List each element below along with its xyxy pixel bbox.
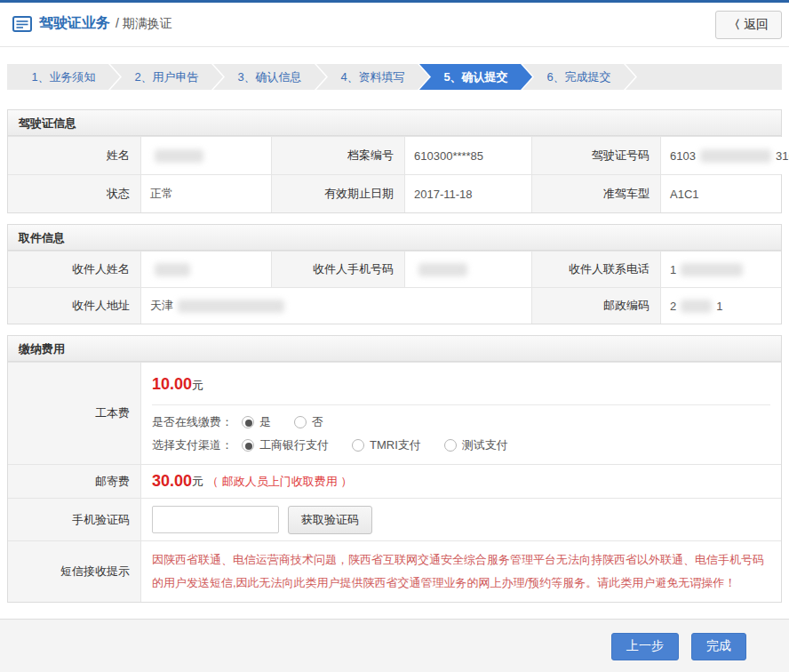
- redacted-recipient-address: [178, 300, 284, 313]
- pay-channel-line: 选择支付渠道： 工商银行支付 TMRI支付 测试支付: [152, 437, 770, 453]
- recipient-phone-prefix: 1: [670, 263, 676, 276]
- online-pay-line: 是否在线缴费： 是 否: [152, 414, 770, 430]
- file-no-value: 610300****85: [405, 137, 532, 174]
- channel-tmri-label: TMRI支付: [370, 437, 421, 453]
- pickup-info-section: 取件信息 收件人姓名 收件人手机号码 收件人联系电话 1 收件人地址 天津 邮政…: [7, 224, 782, 324]
- step-5-confirm-submit[interactable]: 5、确认提交: [419, 64, 532, 90]
- step-4-fill-data[interactable]: 4、资料填写: [316, 64, 429, 90]
- previous-step-button[interactable]: 上一步: [611, 633, 679, 660]
- vehicle-class-label: 准驾车型: [532, 175, 661, 212]
- card-fee-row: 工本费 10.00元 是否在线缴费： 是 否: [8, 362, 781, 464]
- radio-unselected-icon: [444, 439, 457, 452]
- license-info-row-2: 状态 正常 有效期止日期 2017-11-18 准驾车型 A1C1: [8, 174, 781, 212]
- sms-tip-text: 因陕西省联通、电信运营商技术问题，陕西省互联网交通安全综合服务管理平台无法向持陕…: [141, 541, 781, 602]
- mail-fee-row: 邮寄费 30.00元 （ 邮政人员上门收取费用 ）: [8, 464, 781, 498]
- status-label: 状态: [8, 175, 141, 212]
- recipient-mobile-label: 收件人手机号码: [272, 252, 405, 287]
- license-info-section: 驾驶证信息 姓名 档案编号 610300****85 驾驶证号码 6103 31…: [7, 109, 782, 213]
- online-pay-no-label: 否: [312, 414, 323, 430]
- redacted-name: [155, 149, 203, 163]
- redacted-postal-code: [681, 300, 712, 313]
- mail-fee-amount: 30.00: [152, 472, 192, 491]
- recipient-mobile-value: [405, 252, 532, 287]
- step-breadcrumb: 1、业务须知 2、用户申告 3、确认信息 4、资料填写 5、确认提交 6、完成提…: [7, 64, 782, 90]
- channel-icbc-label: 工商银行支付: [259, 437, 329, 453]
- file-no-label: 档案编号: [272, 137, 405, 174]
- online-pay-yes-label: 是: [259, 414, 271, 430]
- recipient-phone-value: 1: [661, 252, 781, 287]
- back-button-label: 返回: [744, 17, 769, 33]
- radio-unselected-icon: [352, 439, 364, 452]
- footer-action-bar: 上一步 完成: [0, 619, 789, 672]
- pickup-info-title: 取件信息: [8, 225, 781, 251]
- radio-unselected-icon: [294, 416, 307, 428]
- payment-title: 缴纳费用: [8, 336, 781, 362]
- back-arrow-icon: 〈: [729, 17, 740, 33]
- pay-channel-label: 选择支付渠道：: [152, 437, 233, 453]
- redacted-recipient-mobile: [418, 263, 467, 276]
- recipient-address-value: 天津: [141, 288, 532, 324]
- channel-option-test[interactable]: 测试支付: [444, 437, 508, 453]
- page-title: 驾驶证业务: [39, 14, 110, 33]
- expiry-label: 有效期止日期: [272, 175, 405, 212]
- page-subtitle: / 期满换证: [116, 16, 172, 32]
- channel-option-icbc[interactable]: 工商银行支付: [242, 437, 329, 453]
- online-pay-option-yes[interactable]: 是: [242, 414, 271, 430]
- mail-fee-label: 邮寄费: [8, 465, 141, 498]
- finish-button[interactable]: 完成: [691, 633, 746, 660]
- recipient-name-label: 收件人姓名: [8, 252, 141, 287]
- status-value: 正常: [141, 175, 272, 212]
- card-fee-unit: 元: [192, 379, 203, 392]
- card-fee-label: 工本费: [8, 363, 141, 464]
- vehicle-class-value: A1C1: [661, 175, 781, 212]
- radio-selected-icon: [242, 416, 254, 428]
- postal-code-prefix: 2: [670, 300, 676, 313]
- postal-code-value: 2 1: [661, 288, 781, 324]
- license-info-title: 驾驶证信息: [8, 110, 781, 136]
- license-no-suffix: 3163X: [776, 149, 789, 163]
- sms-code-cell: 获取验证码: [141, 499, 781, 540]
- sms-code-label: 手机验证码: [8, 499, 141, 540]
- step-3-confirm-info[interactable]: 3、确认信息: [213, 64, 326, 90]
- sms-tip-row: 短信接收提示 因陕西省联通、电信运营商技术问题，陕西省互联网交通安全综合服务管理…: [8, 540, 781, 602]
- expiry-value: 2017-11-18: [405, 175, 532, 212]
- license-no-value: 6103 3163X: [661, 137, 789, 174]
- radio-selected-icon: [242, 439, 254, 452]
- mail-fee-note: （ 邮政人员上门收取费用 ）: [207, 474, 352, 490]
- online-pay-label: 是否在线缴费：: [152, 414, 233, 430]
- sms-code-row: 手机验证码 获取验证码: [8, 498, 781, 540]
- redacted-license-no: [700, 149, 771, 163]
- pickup-info-row-2: 收件人地址 天津 邮政编码 2 1: [8, 287, 781, 324]
- step-6-finish-submit[interactable]: 6、完成提交: [522, 64, 635, 90]
- recipient-address-prefix: 天津: [150, 298, 173, 314]
- recipient-phone-label: 收件人联系电话: [532, 252, 661, 287]
- license-no-label: 驾驶证号码: [532, 137, 661, 174]
- sms-code-input[interactable]: [152, 506, 279, 533]
- postal-code-suffix: 1: [716, 300, 722, 313]
- channel-option-tmri[interactable]: TMRI支付: [352, 437, 421, 453]
- pickup-info-row-1: 收件人姓名 收件人手机号码 收件人联系电话 1: [8, 251, 781, 287]
- license-form-icon: [12, 16, 32, 32]
- recipient-address-label: 收件人地址: [8, 288, 141, 324]
- online-pay-option-no[interactable]: 否: [294, 414, 323, 430]
- license-no-prefix: 6103: [670, 149, 696, 163]
- card-fee-value: 10.00元 是否在线缴费： 是 否: [141, 363, 781, 464]
- sms-tip-label: 短信接收提示: [8, 541, 141, 602]
- step-2-user-declaration[interactable]: 2、用户申告: [110, 64, 223, 90]
- payment-section: 缴纳费用 工本费 10.00元 是否在线缴费： 是: [7, 335, 782, 603]
- recipient-name-value: [141, 252, 272, 287]
- redacted-recipient-phone: [681, 263, 743, 276]
- name-value: [141, 137, 272, 174]
- get-sms-code-button[interactable]: 获取验证码: [288, 506, 372, 534]
- name-label: 姓名: [8, 137, 141, 174]
- postal-code-label: 邮政编码: [532, 288, 661, 324]
- step-1-business-notice[interactable]: 1、业务须知: [7, 64, 120, 90]
- redacted-recipient-name: [155, 263, 190, 276]
- license-info-row-1: 姓名 档案编号 610300****85 驾驶证号码 6103 3163X: [8, 136, 781, 174]
- mail-fee-value: 30.00元 （ 邮政人员上门收取费用 ）: [141, 465, 781, 498]
- step-bar-filler: [626, 64, 782, 90]
- channel-test-label: 测试支付: [462, 437, 508, 453]
- mail-fee-unit: 元: [192, 474, 203, 490]
- page-header: 驾驶证业务 / 期满换证 〈 返回: [0, 3, 789, 47]
- back-button[interactable]: 〈 返回: [715, 11, 782, 39]
